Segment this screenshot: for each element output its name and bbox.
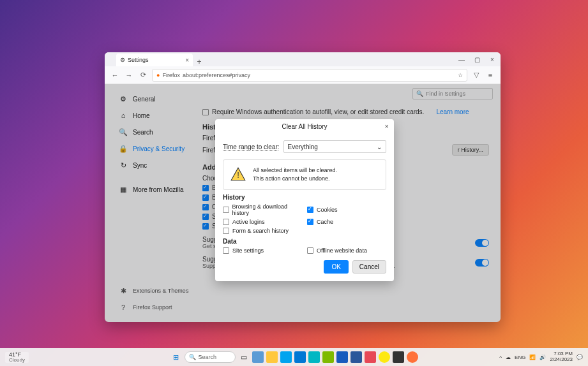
pocket-icon[interactable]: ▽ <box>471 70 481 80</box>
chk-cookies[interactable] <box>307 207 313 213</box>
back-button[interactable]: ← <box>110 70 120 80</box>
tab-close-icon[interactable]: × <box>185 57 189 64</box>
warning-icon: ! <box>230 166 246 183</box>
taskbar-center: ⊞ 🔍Search ▭ <box>170 351 418 363</box>
tab-bar: ⚙ Settings × + — ▢ × <box>105 52 501 66</box>
task-view-icon[interactable]: ▭ <box>238 351 250 363</box>
app-icon-4[interactable] <box>294 351 306 363</box>
chk-offline-data[interactable] <box>307 247 313 254</box>
new-tab-button[interactable]: + <box>193 57 206 66</box>
history-section-heading: History <box>223 194 386 201</box>
taskbar-search[interactable]: 🔍Search <box>185 351 236 363</box>
chk-site-settings[interactable] <box>223 247 229 254</box>
tray-chevron-icon[interactable]: ^ <box>499 355 502 360</box>
close-window-button[interactable]: × <box>488 55 497 64</box>
maximize-button[interactable]: ▢ <box>472 55 481 64</box>
app-icon-11[interactable] <box>393 351 404 363</box>
data-section-heading: Data <box>223 238 386 245</box>
notifications-icon[interactable]: 💬 <box>577 355 583 360</box>
dialog-close-icon[interactable]: × <box>385 122 389 130</box>
chk-logins[interactable] <box>223 219 229 225</box>
chk-form[interactable] <box>223 228 229 234</box>
app-icon-6[interactable] <box>322 351 334 363</box>
search-icon: 🔍 <box>189 354 196 360</box>
warn-line1: All selected items will be cleared. <box>253 166 337 175</box>
warning-box: ! All selected items will be cleared. Th… <box>223 159 386 190</box>
minimize-button[interactable]: — <box>457 55 466 64</box>
date: 2/24/2023 <box>550 357 573 363</box>
chk-cache[interactable] <box>307 219 313 225</box>
start-button[interactable]: ⊞ <box>170 351 182 363</box>
windows-taskbar: 41°F Cloudy ⊞ 🔍Search ▭ ^ ☁ ENG 📶 🔊 7:03… <box>0 348 588 366</box>
time-range-label: Time range to clear: <box>223 143 280 150</box>
weather-cond: Cloudy <box>9 358 25 363</box>
app-icon-2[interactable] <box>266 351 278 363</box>
time-range-select[interactable]: Everything ⌄ <box>283 140 386 153</box>
time-range-value: Everything <box>288 143 318 150</box>
menu-button[interactable]: ≡ <box>485 70 495 80</box>
app-icon-10[interactable] <box>379 351 390 363</box>
weather-widget[interactable]: 41°F Cloudy <box>5 352 29 363</box>
app-icon-7[interactable] <box>336 351 348 363</box>
chk-browsing[interactable] <box>223 207 229 213</box>
system-tray: ^ ☁ ENG 📶 🔊 7:03 PM 2/24/2023 💬 <box>499 351 583 363</box>
gear-icon: ⚙ <box>120 57 125 63</box>
app-icon-8[interactable] <box>351 351 362 363</box>
reload-button[interactable]: ⟳ <box>138 70 148 80</box>
wifi-icon[interactable]: 📶 <box>529 355 536 360</box>
volume-icon[interactable]: 🔊 <box>539 355 546 360</box>
dialog-title-bar: Clear All History × <box>215 119 394 134</box>
window-controls: — ▢ × <box>457 55 497 64</box>
tab-title: Settings <box>128 57 149 63</box>
dialog-title: Clear All History <box>282 123 327 130</box>
clock[interactable]: 7:03 PM 2/24/2023 <box>550 351 573 363</box>
svg-text:!: ! <box>237 170 239 180</box>
lang-indicator[interactable]: ENG <box>515 355 525 360</box>
firefox-icon: ● <box>156 72 160 78</box>
onedrive-icon[interactable]: ☁ <box>506 355 511 360</box>
app-icon-3[interactable] <box>280 351 292 363</box>
tab-settings[interactable]: ⚙ Settings × <box>116 54 193 66</box>
nav-bar: ← → ⟳ ● Firefox about:preferences#privac… <box>105 66 501 84</box>
app-icon-1[interactable] <box>252 351 264 363</box>
firefox-taskbar-icon[interactable] <box>407 351 418 363</box>
chevron-down-icon: ⌄ <box>377 143 382 150</box>
cancel-button[interactable]: Cancel <box>352 260 386 274</box>
warn-line2: This action cannot be undone. <box>253 175 337 183</box>
forward-button[interactable]: → <box>124 70 134 80</box>
bookmark-star-icon[interactable]: ☆ <box>458 72 463 78</box>
ok-button[interactable]: OK <box>324 260 348 274</box>
url-bar[interactable]: ● Firefox about:preferences#privacy ☆ <box>152 69 467 82</box>
app-icon-9[interactable] <box>365 351 376 363</box>
clear-history-dialog: Clear All History × Time range to clear:… <box>215 119 394 281</box>
app-icon-5[interactable] <box>308 351 320 363</box>
url-prefix: Firefox <box>162 72 180 78</box>
url-text: about:preferences#privacy <box>183 72 250 78</box>
